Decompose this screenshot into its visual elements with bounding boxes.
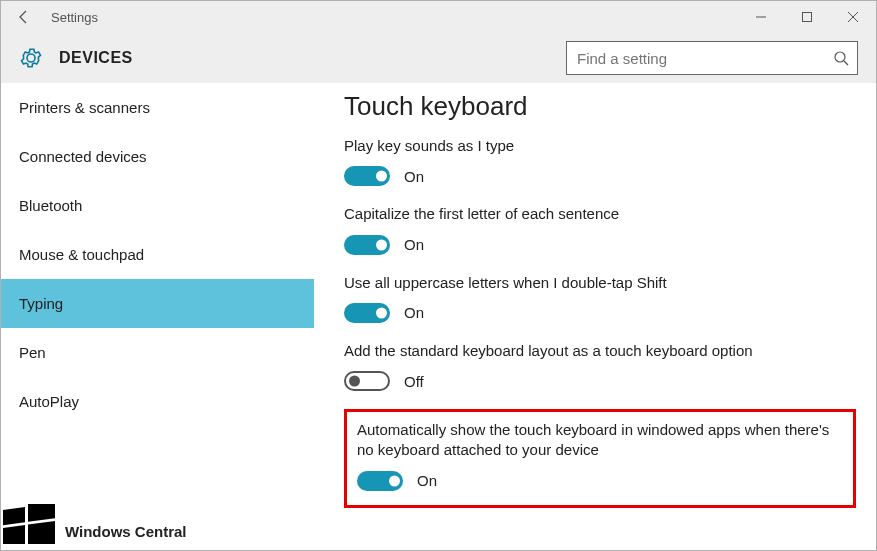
svg-line-5 (844, 61, 848, 65)
toggle-capitalize[interactable] (344, 235, 390, 255)
sidebar-item-label: Connected devices (19, 148, 147, 165)
sidebar-item-label: Typing (19, 295, 63, 312)
content: Touch keyboard Play key sounds as I type… (314, 83, 876, 550)
svg-marker-6 (3, 525, 25, 544)
titlebar: Settings (1, 1, 876, 33)
window-title: Settings (51, 10, 98, 25)
toggle-key-sounds[interactable] (344, 166, 390, 186)
sidebar-item-mouse[interactable]: Mouse & touchpad (1, 230, 314, 279)
svg-marker-9 (3, 507, 25, 525)
back-button[interactable] (1, 1, 47, 33)
sidebar-item-typing[interactable]: Typing (1, 279, 314, 328)
window: Settings DEVICES Printers & scanners Con (0, 0, 877, 551)
sidebar-item-label: Mouse & touchpad (19, 246, 144, 263)
sidebar: Printers & scanners Connected devices Bl… (1, 83, 314, 550)
toggle-uppercase-shift[interactable] (344, 303, 390, 323)
sidebar-item-autoplay[interactable]: AutoPlay (1, 377, 314, 426)
minimize-button[interactable] (738, 1, 784, 33)
sidebar-item-printers[interactable]: Printers & scanners (1, 83, 314, 132)
toggle-standard-layout[interactable] (344, 371, 390, 391)
toggle-state: On (404, 304, 424, 321)
svg-point-4 (835, 52, 845, 62)
watermark-text: Windows Central (65, 523, 187, 544)
close-button[interactable] (830, 1, 876, 33)
section-title: DEVICES (59, 49, 133, 67)
setting-label: Automatically show the touch keyboard in… (357, 420, 837, 461)
sidebar-item-pen[interactable]: Pen (1, 328, 314, 377)
toggle-state: Off (404, 373, 424, 390)
page-title: Touch keyboard (344, 91, 856, 122)
sidebar-item-label: AutoPlay (19, 393, 79, 410)
setting-label: Play key sounds as I type (344, 136, 824, 156)
sidebar-item-label: Bluetooth (19, 197, 82, 214)
body: Printers & scanners Connected devices Bl… (1, 83, 876, 550)
sidebar-item-connected-devices[interactable]: Connected devices (1, 132, 314, 181)
setting-label: Capitalize the first letter of each sent… (344, 204, 824, 224)
setting-label: Use all uppercase letters when I double-… (344, 273, 824, 293)
header: DEVICES (1, 33, 876, 83)
highlighted-setting-box: Automatically show the touch keyboard in… (344, 409, 856, 508)
sidebar-item-bluetooth[interactable]: Bluetooth (1, 181, 314, 230)
setting-capitalize: Capitalize the first letter of each sent… (344, 204, 856, 254)
gear-icon (17, 44, 45, 72)
search-input[interactable] (577, 50, 833, 67)
maximize-button[interactable] (784, 1, 830, 33)
windows-logo-icon (3, 504, 55, 544)
setting-label: Add the standard keyboard layout as a to… (344, 341, 824, 361)
toggle-state: On (404, 236, 424, 253)
search-box[interactable] (566, 41, 858, 75)
watermark: Windows Central (1, 504, 187, 550)
search-icon (833, 50, 849, 66)
setting-standard-layout: Add the standard keyboard layout as a to… (344, 341, 856, 391)
toggle-state: On (417, 472, 437, 489)
sidebar-item-label: Printers & scanners (19, 99, 150, 116)
sidebar-item-label: Pen (19, 344, 46, 361)
setting-uppercase-shift: Use all uppercase letters when I double-… (344, 273, 856, 323)
svg-marker-7 (28, 521, 55, 544)
toggle-auto-show-keyboard[interactable] (357, 471, 403, 491)
toggle-state: On (404, 168, 424, 185)
svg-rect-1 (803, 13, 812, 22)
setting-auto-show-keyboard: Automatically show the touch keyboard in… (357, 420, 843, 491)
setting-key-sounds: Play key sounds as I type On (344, 136, 856, 186)
svg-marker-8 (28, 504, 55, 522)
